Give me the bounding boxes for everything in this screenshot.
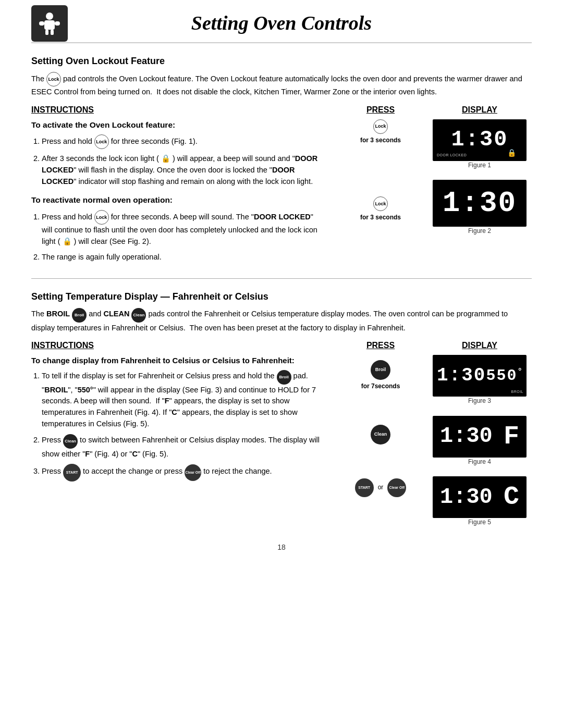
lockout-press-col: Lock for 3 seconds Lock for 3 seconds: [334, 119, 427, 267]
temp-bold: 550°: [78, 386, 93, 394]
page: Setting Oven Controls Setting Oven Locko…: [0, 0, 563, 574]
display-fig5-time: 1:30: [440, 482, 493, 513]
clear-press-btn: Clear Off: [387, 478, 406, 497]
page-number: 18: [31, 542, 532, 553]
display-fig4-group: 1:30 F Figure 4: [433, 416, 527, 466]
activate-steps-list: Press and hold Lock for three seconds (F…: [42, 134, 323, 187]
display-fig2-time: 1:30: [443, 183, 517, 224]
svg-rect-3: [55, 21, 60, 26]
clear-btn-step3: Clear Off: [185, 464, 201, 481]
f-bold: F: [165, 397, 169, 405]
lock-pad-icon: Lock: [46, 72, 61, 87]
header: Setting Oven Controls: [31, 0, 532, 43]
display-fig5-group: 1:30 C Figure 5: [433, 476, 527, 527]
temp-instructions-col: To change display from Fahrenheit to Cel…: [31, 355, 334, 527]
clean-label-intro: CLEAN: [103, 310, 129, 318]
lock-btn-2: Lock: [94, 210, 109, 225]
fig5-label: Figure 5: [468, 518, 491, 527]
clean-btn-intro: Clean: [131, 308, 146, 323]
logo: [31, 5, 68, 42]
section1-intro: The Lock pad controls the Oven Lockout f…: [31, 72, 532, 98]
door-locked-text: DOOR LOCKED: [437, 153, 467, 158]
display-fig3-time: 1:30: [437, 363, 486, 389]
press-label-2: for 3 seconds: [360, 213, 401, 222]
display-fig1: 1:30 DOOR LOCKED 🔒: [433, 119, 527, 161]
svg-rect-2: [39, 21, 44, 26]
temp-instructions-table: INSTRUCTIONS PRESS DISPLAY To change dis…: [31, 340, 532, 527]
door-locked-bold-2: DOOR LOCKED: [42, 166, 295, 186]
lock-btn-1: Lock: [94, 134, 109, 149]
temp-press-item-1: Broil for 7seconds: [361, 360, 400, 391]
temp-press-item-2: Clean: [371, 425, 390, 445]
reactivate-heading: To reactivate normal oven operation:: [31, 194, 323, 206]
temp-display-col: 1:30 550° BROIL Figure 3 1:30 F Figure 4: [427, 355, 532, 527]
temp-step-1: To tell if the display is set for Fahren…: [42, 370, 323, 430]
svg-rect-4: [45, 30, 48, 35]
instructions-header: INSTRUCTIONS: [31, 104, 334, 119]
reactivate-step-1: Press and hold Lock for three seconds. A…: [42, 210, 323, 248]
clean-press-btn: Clean: [371, 425, 390, 445]
lock-press-btn-2: Lock: [373, 196, 388, 211]
svg-point-0: [46, 13, 53, 20]
display-fig3-group: 1:30 550° BROIL Figure 3: [433, 355, 527, 405]
section-temperature: Setting Temperature Display — Fahrenheit…: [31, 290, 532, 527]
press-label-1: for 3 seconds: [360, 136, 401, 145]
f-bold-2: F: [85, 450, 90, 458]
temp-press-item-3: START or Clear Off: [355, 478, 407, 497]
display-header: DISPLAY: [427, 104, 532, 119]
display-fig4-time: 1:30: [440, 421, 493, 452]
c-bold: C: [172, 408, 177, 416]
broil-bold: BROIL: [44, 386, 68, 394]
temp-step-3: Press START to accept the change or pres…: [42, 464, 323, 482]
broil-btn-step1: Broil: [277, 370, 291, 385]
svg-rect-1: [44, 20, 55, 30]
reactivate-step-2: The range is again fully operational.: [42, 252, 323, 263]
press-item-1: Lock for 3 seconds: [360, 119, 401, 145]
reactivate-steps-list: Press and hold Lock for three seconds. A…: [42, 210, 323, 263]
display-fig4-letter: F: [504, 418, 519, 455]
broil-label-intro: BROIL: [46, 310, 70, 318]
display-fig1-group: 1:30 DOOR LOCKED 🔒 Figure 1: [433, 119, 527, 170]
temp-instructions-header: INSTRUCTIONS: [31, 340, 334, 354]
display-fig5-letter: C: [504, 479, 519, 515]
change-heading: To change display from Fahrenheit to Cel…: [31, 355, 323, 366]
temp-press-label-1: for 7seconds: [361, 382, 400, 391]
activate-heading: To activate the Oven Lockout feature:: [31, 119, 323, 131]
lock-icon-3: 🔒: [63, 237, 72, 245]
section1-title: Setting Oven Lockout Feature: [31, 55, 532, 68]
press-item-2: Lock for 3 seconds: [360, 196, 401, 222]
svg-rect-5: [51, 30, 54, 35]
lockout-instructions-table: INSTRUCTIONS PRESS DISPLAY To activate t…: [31, 104, 532, 267]
broil-press-btn: Broil: [371, 360, 390, 380]
press-header: PRESS: [334, 104, 427, 119]
section2-title: Setting Temperature Display — Fahrenheit…: [31, 290, 532, 303]
lockout-display-col: 1:30 DOOR LOCKED 🔒 Figure 1 1:30 Figure …: [427, 119, 532, 267]
start-btn-step3: START: [63, 464, 81, 482]
section-divider: [31, 278, 532, 279]
temp-steps-list: To tell if the display is set for Fahren…: [42, 370, 323, 482]
display-fig4: 1:30 F: [433, 416, 527, 458]
display-fig2: 1:30: [433, 180, 527, 227]
display-fig3: 1:30 550° BROIL: [433, 355, 527, 397]
temp-step-2: Press Clean to switch between Fahrenheit…: [42, 434, 323, 460]
fig4-label: Figure 4: [468, 458, 491, 466]
clean-btn-step2: Clean: [63, 434, 78, 449]
lock-icon-2: 🔒: [161, 154, 170, 163]
display-fig2-group: 1:30 Figure 2: [433, 180, 527, 236]
display-fig3-temp: 550°: [486, 365, 523, 387]
door-locked-bold-3: DOOR LOCKED: [254, 213, 311, 221]
section2-intro: The BROIL Broil and CLEAN Clean pads con…: [31, 308, 532, 334]
display-fig1-time: 1:30: [451, 125, 508, 155]
fig1-label: Figure 1: [468, 161, 491, 170]
broil-label-fig3: BROIL: [511, 389, 523, 394]
broil-btn-intro: Broil: [72, 308, 87, 323]
c-bold-2: C: [132, 450, 137, 458]
temp-display-header: DISPLAY: [427, 340, 532, 354]
temp-press-header: PRESS: [334, 340, 427, 354]
temp-press-col: Broil for 7seconds Clean START or Clear …: [334, 355, 427, 527]
activate-step-2: After 3 seconds the lock icon light ( 🔒 …: [42, 153, 323, 187]
lock-icon-display: 🔒: [507, 149, 517, 159]
or-label: or: [378, 483, 384, 492]
activate-step-1: Press and hold Lock for three seconds (F…: [42, 134, 323, 149]
fig3-label: Figure 3: [468, 397, 491, 405]
